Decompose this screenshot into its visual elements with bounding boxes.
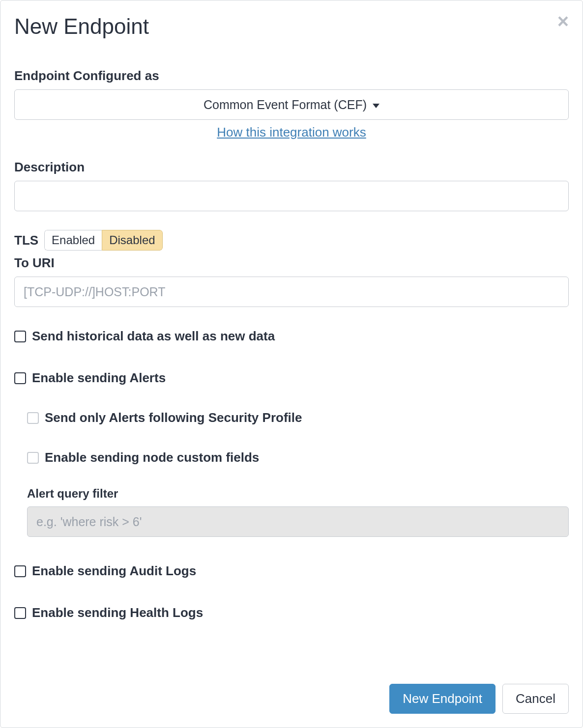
alert-query-filter-label: Alert query filter: [27, 487, 569, 501]
new-endpoint-button[interactable]: New Endpoint: [389, 684, 496, 714]
enable-alerts-label: Enable sending Alerts: [32, 370, 166, 386]
tls-label: TLS: [14, 233, 38, 248]
enable-health-logs-label: Enable sending Health Logs: [32, 605, 203, 620]
endpoint-configured-as-label: Endpoint Configured as: [14, 68, 569, 84]
tls-disabled-button[interactable]: Disabled: [102, 230, 162, 251]
new-endpoint-modal: × New Endpoint Endpoint Configured as Co…: [0, 0, 583, 728]
description-label: Description: [14, 160, 569, 175]
send-historical-label: Send historical data as well as new data: [32, 329, 275, 344]
chevron-down-icon: [373, 104, 379, 108]
how-integration-works-link[interactable]: How this integration works: [217, 125, 366, 140]
modal-title: New Endpoint: [14, 14, 569, 39]
enable-audit-logs-label: Enable sending Audit Logs: [32, 563, 196, 579]
alert-query-filter-input[interactable]: [27, 506, 569, 537]
endpoint-configured-as-select[interactable]: Common Event Format (CEF): [14, 89, 569, 120]
endpoint-configured-as-value: Common Event Format (CEF): [204, 98, 367, 112]
to-uri-label: To URI: [14, 255, 569, 271]
enable-alerts-checkbox[interactable]: [14, 372, 26, 384]
enable-node-custom-fields-label: Enable sending node custom fields: [45, 450, 259, 465]
send-only-security-profile-checkbox[interactable]: [27, 412, 39, 424]
tls-enabled-button[interactable]: Enabled: [44, 230, 102, 251]
tls-toggle-group: Enabled Disabled: [44, 230, 162, 251]
enable-health-logs-checkbox[interactable]: [14, 607, 26, 619]
send-historical-checkbox[interactable]: [14, 331, 26, 342]
cancel-button[interactable]: Cancel: [502, 684, 569, 714]
send-only-security-profile-label: Send only Alerts following Security Prof…: [45, 410, 302, 425]
to-uri-input[interactable]: [14, 277, 569, 307]
modal-footer: New Endpoint Cancel: [389, 684, 569, 714]
description-input[interactable]: [14, 181, 569, 211]
enable-node-custom-fields-checkbox[interactable]: [27, 452, 39, 464]
close-icon[interactable]: ×: [557, 11, 569, 31]
enable-audit-logs-checkbox[interactable]: [14, 565, 26, 577]
